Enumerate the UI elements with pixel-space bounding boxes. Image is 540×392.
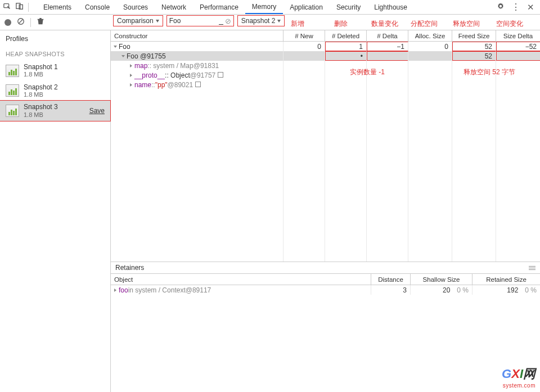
- delete-icon[interactable]: [37, 17, 44, 27]
- snapshot-item-3[interactable]: Snapshot 31.8 MB Save: [0, 101, 110, 121]
- chevron-down-icon: [156, 20, 159, 22]
- pane-menu-icon[interactable]: [529, 266, 536, 270]
- grid-row-foo[interactable]: Foo 0 1 −1 0 52 −52: [111, 42, 540, 51]
- settings-icon[interactable]: [497, 2, 505, 12]
- snapshot-content: Comparison Foo⊘ Snapshot 2 Constructor #…: [111, 30, 540, 392]
- grid-row-foo-instance[interactable]: Foo @91755 • 52: [111, 51, 540, 61]
- retainers-body[interactable]: foo in system / Context @89117 3 200 % 1…: [111, 285, 540, 392]
- snapshot-name: Snapshot 2: [24, 83, 58, 91]
- svg-line-4: [19, 20, 23, 24]
- close-icon[interactable]: ✕: [527, 2, 534, 12]
- snapshot-size: 1.8 MB: [24, 111, 58, 119]
- chevron-down-icon: [277, 20, 281, 22]
- more-icon[interactable]: ⋮: [511, 2, 520, 12]
- disclosure-icon[interactable]: [122, 55, 125, 57]
- retainer-row[interactable]: foo in system / Context @89117 3 200 % 1…: [111, 285, 540, 295]
- disclosure-icon[interactable]: [114, 289, 116, 292]
- disclosure-icon[interactable]: [130, 74, 132, 77]
- heap-snapshots-header: HEAP SNAPSHOTS: [0, 47, 110, 61]
- col-deleted[interactable]: # Deleted: [325, 30, 367, 41]
- svg-rect-1: [16, 3, 20, 9]
- snapshot-icon: [6, 105, 19, 117]
- disclosure-icon[interactable]: [130, 83, 132, 87]
- tab-sources[interactable]: Sources: [116, 0, 155, 14]
- class-filter-input[interactable]: Foo⊘: [166, 15, 234, 26]
- comparison-grid-body[interactable]: Foo 0 1 −1 0 52 −52 Foo @91755 • 52 map …: [111, 42, 540, 262]
- disclosure-icon[interactable]: [130, 64, 132, 67]
- snapshot-name: Snapshot 3: [24, 103, 58, 111]
- panel-tabs: Elements Console Sources Network Perform…: [37, 0, 414, 14]
- profiles-header: Profiles: [0, 30, 110, 47]
- tab-security[interactable]: Security: [330, 0, 367, 14]
- clear-filter-icon[interactable]: ⊘: [225, 17, 231, 25]
- snapshot-item-1[interactable]: Snapshot 11.8 MB: [0, 61, 110, 81]
- snapshot-size: 1.8 MB: [24, 71, 58, 78]
- tab-application[interactable]: Application: [283, 0, 330, 14]
- snapshot-name: Snapshot 1: [24, 63, 58, 71]
- snapshot-size: 1.8 MB: [24, 91, 58, 98]
- grid-row-map[interactable]: map :: system / Map @91831: [111, 61, 540, 70]
- col-alloc[interactable]: Alloc. Size: [408, 30, 452, 41]
- snapshot-item-2[interactable]: Snapshot 21.8 MB: [0, 81, 110, 101]
- view-select[interactable]: Comparison: [113, 15, 163, 26]
- tab-network[interactable]: Network: [155, 0, 193, 14]
- ret-col-object[interactable]: Object: [111, 274, 371, 285]
- ret-col-distance[interactable]: Distance: [371, 274, 411, 285]
- grid-row-name[interactable]: name :: "pp" @89021: [111, 80, 540, 89]
- base-snapshot-select[interactable]: Snapshot 2: [237, 15, 285, 26]
- tab-lighthouse[interactable]: Lighthouse: [367, 0, 414, 14]
- col-constructor[interactable]: Constructor: [111, 30, 284, 41]
- col-sizedelta[interactable]: Size Delta: [496, 30, 540, 41]
- device-toggle-icon[interactable]: [16, 2, 24, 12]
- tab-console[interactable]: Console: [78, 0, 116, 14]
- ret-col-retained[interactable]: Retained Size: [472, 274, 540, 285]
- tab-memory[interactable]: Memory: [245, 0, 283, 14]
- tab-elements[interactable]: Elements: [37, 0, 78, 14]
- retainers-pane: Retainers Object Distance Shallow Size R…: [111, 262, 540, 392]
- clear-icon[interactable]: [17, 17, 25, 27]
- record-button[interactable]: [4, 19, 11, 26]
- devtools-tabbar: Elements Console Sources Network Perform…: [0, 0, 540, 15]
- snapshot-icon: [6, 84, 19, 97]
- save-link[interactable]: Save: [89, 107, 105, 115]
- inspect-icon[interactable]: [3, 2, 11, 12]
- disclosure-icon[interactable]: [114, 46, 117, 48]
- col-new[interactable]: # New: [284, 30, 325, 41]
- retainers-title: Retainers: [111, 262, 540, 274]
- col-delta[interactable]: # Delta: [367, 30, 408, 41]
- col-freed[interactable]: Freed Size: [452, 30, 496, 41]
- grid-row-proto[interactable]: __proto__ :: Object @91757: [111, 70, 540, 80]
- snapshot-icon: [6, 65, 19, 77]
- comparison-grid-header: Constructor # New # Deleted # Delta Allo…: [111, 30, 540, 42]
- ret-col-shallow[interactable]: Shallow Size: [411, 274, 472, 285]
- profiles-sidebar: Profiles HEAP SNAPSHOTS Snapshot 11.8 MB…: [0, 30, 111, 392]
- tab-performance[interactable]: Performance: [193, 0, 245, 14]
